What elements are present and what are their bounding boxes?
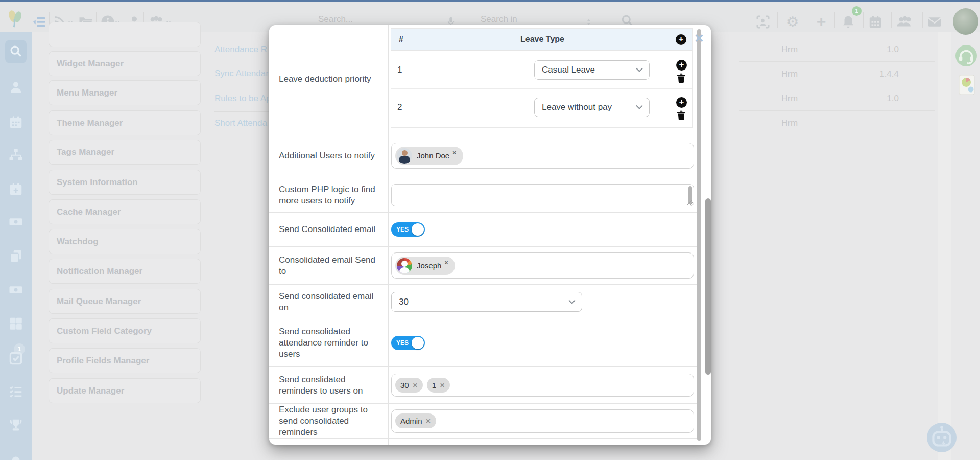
- user-avatar[interactable]: [953, 8, 978, 35]
- search-in-select[interactable]: Search in: [481, 14, 517, 25]
- divider: [214, 111, 272, 112]
- menu-item-watchdog[interactable]: Watchdog: [49, 229, 201, 254]
- close-icon[interactable]: ✕: [692, 31, 706, 45]
- sitemap-icon[interactable]: [8, 148, 23, 163]
- menu-item-menu-manager[interactable]: Menu Manager: [49, 80, 201, 105]
- leave-type-select[interactable]: Casual Leave: [534, 60, 650, 80]
- divider: [922, 12, 923, 28]
- email-send-to-input[interactable]: Joseph ×: [391, 252, 694, 279]
- chevron-down-icon: [568, 300, 576, 304]
- add-row-icon[interactable]: +: [676, 34, 686, 45]
- divider: [739, 86, 935, 86]
- dialog-scrollbar-thumb[interactable]: [705, 198, 711, 375]
- row-number: 2: [397, 102, 402, 112]
- divider: [29, 12, 29, 28]
- grid-icon[interactable]: [8, 316, 23, 331]
- field-label: Additional Users to notify: [269, 133, 388, 178]
- user-chip[interactable]: Joseph ×: [395, 257, 455, 275]
- add-row-icon[interactable]: +: [676, 97, 687, 108]
- form-row-attendance-reminder: Send consolidated attendance reminder to…: [269, 319, 701, 367]
- checklist-icon[interactable]: [8, 384, 23, 399]
- support-headset-icon[interactable]: [955, 45, 977, 66]
- menu-item-widget-manager[interactable]: Widget Manager: [49, 51, 201, 76]
- remove-chip-icon[interactable]: ✕: [426, 418, 431, 425]
- delete-row-icon[interactable]: [677, 73, 686, 83]
- module-version: 1.0: [848, 94, 899, 104]
- form-row-email-send-to: Consolidated email Send to Joseph ×: [269, 247, 701, 285]
- exclude-groups-input[interactable]: Admin✕: [391, 409, 694, 433]
- table-row: 1 Casual Leave +: [391, 51, 692, 89]
- bell-icon[interactable]: [841, 14, 856, 30]
- menu-card-partial[interactable]: [49, 22, 201, 47]
- link-attendance[interactable]: Attendance R: [214, 44, 272, 55]
- email-send-on-select[interactable]: 30: [391, 292, 582, 312]
- reminders-on-input[interactable]: 30✕ 1✕: [391, 374, 694, 397]
- user-icon[interactable]: [8, 80, 23, 95]
- checkbox-icon[interactable]: [8, 351, 23, 366]
- value-chip[interactable]: 30✕: [395, 378, 423, 393]
- leave-settings-dialog: Leave deduction priority # Leave Type + …: [269, 25, 711, 445]
- calendar-icon[interactable]: [8, 114, 23, 130]
- mail-icon[interactable]: [927, 14, 942, 30]
- module-name: Hrm: [781, 118, 798, 128]
- chevron-down-icon: [636, 68, 643, 73]
- form-row-email-send-on: Send consolidated email on 30: [269, 285, 701, 319]
- add-row-icon[interactable]: +: [676, 60, 687, 71]
- banknote-icon[interactable]: [8, 282, 23, 297]
- custom-php-textarea[interactable]: [391, 184, 694, 206]
- remove-chip-icon[interactable]: ×: [452, 149, 456, 156]
- face-scan-icon[interactable]: [755, 14, 771, 30]
- copy-icon[interactable]: [8, 248, 23, 264]
- leave-type-select[interactable]: Leave without pay: [534, 98, 650, 117]
- search-input[interactable]: Search...: [318, 14, 353, 25]
- remove-chip-icon[interactable]: ✕: [440, 382, 445, 389]
- link-sync-attendance[interactable]: Sync Attendan: [214, 68, 272, 79]
- menu-item-tags-manager[interactable]: Tags Manager: [49, 140, 201, 165]
- trophy-icon[interactable]: [8, 418, 23, 433]
- remove-chip-icon[interactable]: ✕: [413, 382, 418, 389]
- plus-icon[interactable]: +: [814, 14, 829, 30]
- link-short-attendance[interactable]: Short Attenda: [214, 118, 272, 128]
- divider: [739, 110, 935, 111]
- menu-item-mail-queue-manager[interactable]: Mail Queue Manager: [49, 289, 201, 314]
- menu-item-notification-manager[interactable]: Notification Manager: [49, 259, 201, 284]
- resize-grip[interactable]: [687, 200, 693, 205]
- calendar-plus-icon[interactable]: [8, 181, 23, 197]
- remove-chip-icon[interactable]: ×: [444, 259, 448, 266]
- menu-item-update-manager[interactable]: Update Manager: [49, 378, 201, 403]
- menu-item-profile-fields-manager[interactable]: Profile Fields Manager: [49, 348, 201, 373]
- inner-scroll-track[interactable]: [697, 29, 701, 441]
- row-number: 1: [397, 65, 402, 75]
- form-row-partial: [269, 439, 701, 445]
- user-chip[interactable]: John Doe ×: [395, 147, 463, 165]
- report-document-icon[interactable]: [958, 75, 975, 95]
- form-row-additional-users: Additional Users to notify John Doe ×: [269, 133, 701, 178]
- gear-icon[interactable]: ⚙: [785, 14, 800, 30]
- module-version: 1.4.4: [848, 69, 899, 79]
- additional-users-input[interactable]: John Doe ×: [391, 143, 694, 169]
- banknote-icon[interactable]: [8, 214, 23, 229]
- collapse-menu-icon[interactable]: [31, 14, 46, 30]
- menu-item-system-information[interactable]: System Information: [49, 170, 201, 195]
- form-row-reminders-on: Send conslidated reminders to users on 3…: [269, 367, 701, 404]
- field-label: Custom PHP logic to find more users to n…: [269, 178, 388, 212]
- menu-item-theme-manager[interactable]: Theme Manager: [49, 110, 201, 135]
- value-chip[interactable]: Admin✕: [395, 413, 436, 428]
- form-row-send-consolidated-email: Send Consolidated email YES: [269, 213, 701, 247]
- menu-item-cache-manager[interactable]: Cache Manager: [49, 199, 201, 224]
- calendar-icon[interactable]: [868, 14, 883, 30]
- chatbot-button[interactable]: [927, 423, 957, 452]
- divider: [214, 62, 272, 62]
- delete-row-icon[interactable]: [677, 110, 686, 120]
- attendance-reminder-toggle[interactable]: YES: [391, 336, 425, 350]
- users-icon[interactable]: [896, 14, 914, 30]
- menu-item-custom-field-category[interactable]: Custom Field Category: [49, 318, 201, 343]
- value-chip[interactable]: 1✕: [427, 378, 450, 393]
- avatar: [397, 148, 412, 164]
- consolidated-email-toggle[interactable]: YES: [391, 222, 425, 237]
- app-logo[interactable]: [7, 9, 23, 28]
- search-icon[interactable]: [8, 43, 23, 59]
- page-scroll-track[interactable]: [938, 32, 951, 460]
- link-rules[interactable]: Rules to be Ap: [214, 94, 272, 104]
- field-label: Send conslidated reminders to users on: [269, 367, 388, 403]
